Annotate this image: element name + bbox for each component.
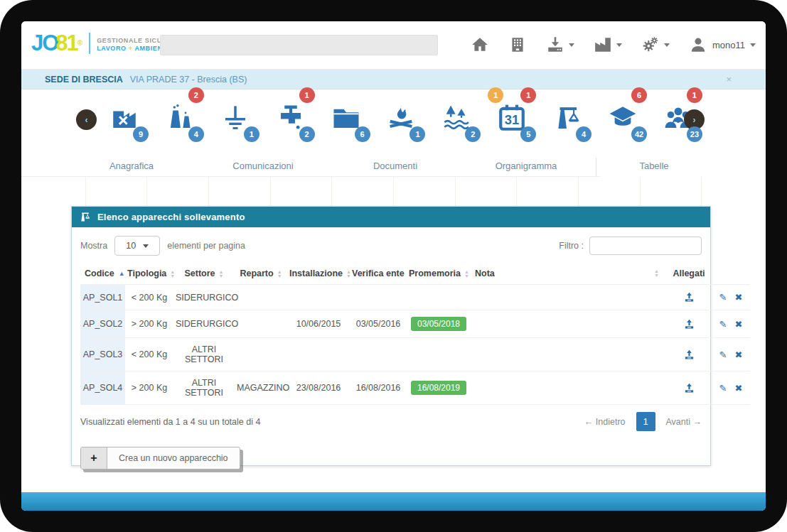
cell-promemoria — [407, 285, 471, 310]
cell-tipologia: > 200 Kg — [125, 371, 173, 405]
module-group-comunicazioni[interactable]: Comunicazioni — [232, 161, 293, 171]
cell-allegati — [666, 310, 712, 338]
panel-title: Elenco apparecchi sollevamento — [97, 212, 245, 222]
cell-installazione: 10/06/2015 — [287, 310, 350, 338]
panel-body: Mostra 10 elementi per pagina Filtro : C… — [72, 236, 710, 469]
delete-icon[interactable]: ✖ — [735, 383, 743, 393]
create-apparecchio-button[interactable]: + Crea un nuovo apparecchio — [80, 447, 240, 469]
app-screen: JO81® GESTIONALE SICUREZZA LAVORO + AMBI… — [21, 21, 766, 511]
gears-icon — [641, 36, 660, 54]
column-header-nota[interactable]: Nota▲▼ — [471, 263, 666, 285]
close-icon[interactable]: × — [726, 70, 732, 89]
edit-icon[interactable]: ✎ — [719, 349, 727, 360]
page-size-select[interactable]: 10 — [114, 236, 160, 256]
page-size-value: 10 — [126, 241, 136, 251]
module-ambiente[interactable]: 2 — [437, 92, 476, 149]
factory-menu[interactable] — [594, 36, 622, 54]
cell-tipologia: < 200 Kg — [125, 285, 173, 310]
svg-text:31: 31 — [505, 112, 519, 127]
module-group-anagrafica[interactable]: Anagrafica — [109, 161, 154, 171]
download-icon — [546, 36, 564, 54]
module-formazione[interactable]: 642 — [604, 92, 642, 149]
logo-divider — [89, 33, 90, 54]
module-subrow — [24, 177, 763, 207]
count-badge: 1 — [409, 126, 425, 142]
module-group-organigramma[interactable]: Organigramma — [496, 161, 557, 171]
delete-icon[interactable]: ✖ — [735, 292, 743, 303]
chevron-down-icon — [616, 43, 622, 47]
module-prevenzione-incendi[interactable]: 1 — [382, 92, 420, 149]
cell-installazione — [287, 285, 350, 310]
chevron-down-icon — [143, 244, 149, 248]
edit-icon[interactable]: ✎ — [719, 319, 727, 330]
upload-attachment-icon[interactable] — [683, 382, 695, 394]
delete-icon[interactable]: ✖ — [735, 319, 743, 330]
edit-icon[interactable]: ✎ — [719, 383, 727, 393]
carousel-prev-button[interactable]: ‹ — [76, 109, 97, 130]
sort-icon: ▲▼ — [219, 270, 224, 278]
site-address: VIA PRADE 37 - Brescia (BS) — [130, 75, 247, 85]
settings-menu[interactable] — [641, 36, 670, 54]
edit-icon[interactable]: ✎ — [719, 292, 727, 303]
site-bar: SEDE DI BRESCIA VIA PRADE 37 - Brescia (… — [21, 69, 766, 89]
count-badge: 1 — [299, 87, 315, 103]
panel-header: Elenco apparecchi sollevamento — [72, 207, 710, 227]
window-frame: JO81® GESTIONALE SICUREZZA LAVORO + AMBI… — [0, 0, 787, 532]
building-icon[interactable] — [508, 36, 527, 54]
length-menu-prefix: Mostra — [80, 241, 107, 251]
cell-nota — [471, 338, 666, 371]
column-header-codice[interactable]: Codice▲ — [80, 263, 125, 285]
cell-reparto — [235, 310, 287, 338]
pagination-next[interactable]: Avanti → — [666, 417, 702, 427]
subrow-cell — [394, 177, 456, 207]
filter-input[interactable] — [589, 237, 702, 255]
pagination-prev[interactable]: ← Indietro — [584, 417, 626, 427]
home-icon[interactable] — [471, 36, 489, 54]
subrow-cell — [24, 177, 86, 207]
upload-attachment-icon[interactable] — [683, 318, 695, 330]
module-group-documenti[interactable]: Documenti — [373, 161, 417, 171]
column-label: Settore — [184, 268, 215, 278]
column-header-verifica-ente[interactable]: Verifica ente▲▼ — [350, 263, 407, 285]
upload-attachment-icon[interactable] — [683, 349, 695, 361]
column-label: Installazione — [289, 268, 343, 278]
module-scadenzario[interactable]: 31115 — [493, 92, 531, 149]
header-nav: mono11 — [471, 21, 756, 68]
column-header-installazione[interactable]: Installazione▲▼ — [287, 263, 350, 285]
subrow-cell — [209, 177, 271, 207]
upload-attachment-icon[interactable] — [683, 291, 695, 303]
table-header-row: Codice▲Tipologia▲▼Settore▲▼Reparto▲▼Inst… — [80, 263, 750, 285]
count-badge: 2 — [299, 126, 315, 142]
module-emissioni[interactable]: 24 — [161, 92, 199, 149]
sort-icon: ▲▼ — [654, 269, 659, 278]
module-apparecchi-sollevamento[interactable]: 4 — [548, 92, 587, 149]
count-badge: 1 — [520, 87, 536, 103]
column-header-tipologia[interactable]: Tipologia▲▼ — [125, 263, 173, 285]
module-group-tabelle[interactable]: Tabelle — [639, 161, 668, 171]
count-badge: 23 — [687, 126, 702, 142]
search-input[interactable] — [160, 35, 438, 55]
cell-installazione: 23/08/2016 — [287, 371, 350, 405]
module-acque[interactable]: 12 — [272, 92, 310, 149]
module-messa-a-terra[interactable]: 1 — [216, 92, 255, 149]
download-menu[interactable] — [546, 36, 574, 54]
elenco-apparecchi-panel: Elenco apparecchi sollevamento Mostra 10… — [71, 206, 711, 466]
cell-codice: AP_SOL4 — [80, 371, 125, 405]
user-menu[interactable]: mono11 — [689, 36, 756, 54]
delete-icon[interactable]: ✖ — [735, 349, 743, 360]
column-header-promemoria[interactable]: Promemoria▲▼ — [407, 263, 471, 285]
cell-settore: SIDERURGICO — [173, 310, 235, 338]
count-badge: 2 — [188, 87, 204, 103]
subrow-cell — [86, 177, 148, 207]
table-row-ap_sol3: AP_SOL3< 200 KgALTRI SETTORI✎✖ — [80, 338, 750, 371]
module-carousel: 924112612311154642123 — [105, 92, 697, 152]
cell-reparto — [235, 285, 287, 310]
module-anagrafica-azienda[interactable]: 9 — [105, 92, 144, 149]
column-header-settore[interactable]: Settore▲▼ — [173, 263, 235, 285]
crane-icon — [79, 211, 91, 223]
module-documenti[interactable]: 6 — [327, 92, 365, 149]
pagination-page-1[interactable]: 1 — [636, 412, 655, 431]
cell-tipologia: > 200 Kg — [125, 310, 173, 338]
column-header-reparto[interactable]: Reparto▲▼ — [235, 263, 287, 285]
table-row-ap_sol2: AP_SOL2> 200 KgSIDERURGICO10/06/201503/0… — [80, 310, 750, 338]
